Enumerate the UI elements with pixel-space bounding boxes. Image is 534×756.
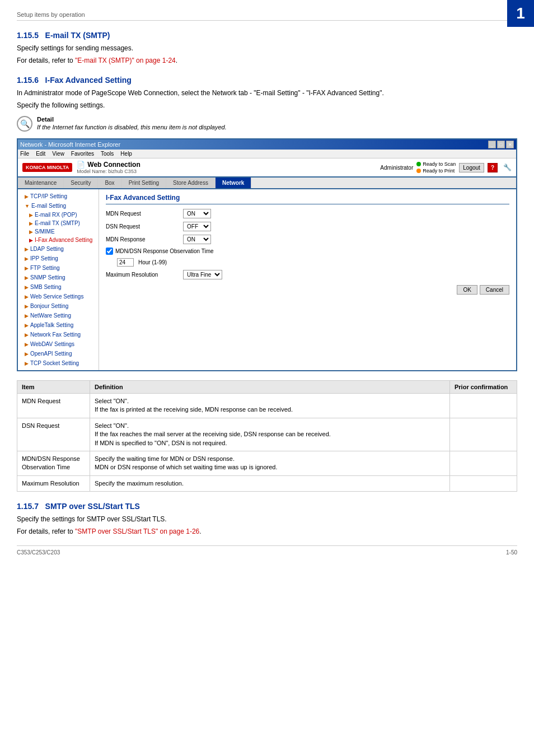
app-header-right: Administrator Ready to Scan Ready to Pri… (380, 161, 512, 174)
observation-time-checkbox[interactable] (106, 248, 113, 255)
section-1156-number: 1.15.6 (17, 76, 39, 85)
cancel-button[interactable]: Cancel (480, 285, 509, 295)
menu-file[interactable]: File (20, 151, 29, 157)
max-resolution-label: Maximum Resolution (106, 272, 179, 278)
mdn-response-control[interactable]: ON OFF (183, 235, 211, 244)
status-scan: Ready to Scan (416, 161, 456, 167)
help-button[interactable]: ? (488, 163, 498, 172)
mdn-response-select[interactable]: ON OFF (183, 235, 211, 244)
menu-help[interactable]: Help (120, 151, 132, 157)
row-mdn-prior (450, 394, 517, 418)
detail-text: If the Internet fax function is disabled… (37, 124, 227, 130)
sidebar-webdav[interactable]: ▶ WebDAV Settings (18, 339, 99, 349)
main-content: I-Fax Advanced Setting MDN Request ON OF… (99, 189, 516, 370)
menu-edit[interactable]: Edit (36, 151, 45, 157)
web-connection-label: Web Connection (87, 161, 140, 169)
wrench-icon: 🔧 (503, 164, 512, 171)
row-maxres-item: Maximum Resolution (17, 475, 90, 491)
data-table: Item Definition Prior confirmation MDN R… (17, 380, 517, 492)
mdn-request-control[interactable]: ON OFF (183, 209, 211, 218)
section-1157-number: 1.15.7 (17, 502, 39, 511)
sidebar-tcp-arrow: ▶ (25, 194, 29, 199)
observation-time-input[interactable] (117, 258, 134, 267)
sidebar-network-fax-label: Network Fax Setting (30, 332, 81, 338)
sidebar-ftp[interactable]: ▶ FTP Setting (18, 263, 99, 273)
minimize-button[interactable]: _ (488, 141, 496, 148)
row-obs-item: MDN/DSN Response Observation Time (17, 451, 90, 475)
sidebar-ifax-advanced[interactable]: ▶ I-Fax Advanced Setting (18, 236, 99, 244)
tab-bar: Maintenance Security Box Print Setting S… (18, 178, 516, 189)
content-panes: ▶ TCP/IP Setting ▼ E-mail Setting ▶ E-ma… (18, 189, 516, 370)
sidebar-openapi[interactable]: ▶ OpenAPI Setting (18, 349, 99, 358)
sidebar-tcp-ip[interactable]: ▶ TCP/IP Setting (18, 192, 99, 201)
sidebar-smb[interactable]: ▶ SMB Setting (18, 282, 99, 292)
sidebar-ftp-label: FTP Setting (30, 265, 60, 271)
menu-favorites[interactable]: Favorites (71, 151, 94, 157)
section-1156-body2: Specify the following settings. (17, 100, 517, 110)
max-resolution-select[interactable]: Ultra Fine Fine Standard (183, 270, 222, 279)
section-1156-body1: In Administrator mode of PageScope Web C… (17, 88, 517, 98)
tab-security[interactable]: Security (64, 178, 98, 188)
sidebar-email-arrow: ▼ (25, 203, 30, 209)
sidebar-web-service[interactable]: ▶ Web Service Settings (18, 292, 99, 301)
max-resolution-control[interactable]: Ultra Fine Fine Standard (183, 270, 222, 279)
tab-maintenance[interactable]: Maintenance (18, 178, 64, 188)
tab-box[interactable]: Box (98, 178, 121, 188)
app-header-status: Ready to Scan Ready to Print (416, 161, 456, 174)
sidebar-email-tx-arrow: ▶ (29, 221, 33, 226)
section-1157-body2-suffix: . (199, 528, 201, 535)
sidebar-ifax-arrow: ▶ (29, 237, 33, 243)
sidebar-email-setting[interactable]: ▼ E-mail Setting (18, 201, 99, 211)
dsn-request-control[interactable]: OFF ON (183, 222, 211, 231)
table-row: MDN/DSN Response Observation Time Specif… (17, 451, 517, 475)
sidebar-snmp-arrow: ▶ (25, 275, 29, 281)
section-1155-body2-suffix: . (176, 57, 177, 64)
menu-view[interactable]: View (52, 151, 64, 157)
close-button[interactable]: ✕ (506, 141, 514, 148)
sidebar-email-tx[interactable]: ▶ E-mail TX (SMTP) (18, 219, 99, 227)
detail-content: Detail If the Internet fax function is d… (37, 116, 227, 130)
sidebar-web-service-label: Web Service Settings (30, 293, 83, 300)
section-1157-link[interactable]: "SMTP over SSL/Start TLS" on page 1-26 (75, 528, 199, 535)
tab-print-setting[interactable]: Print Setting (122, 178, 166, 188)
section-1155-body2: For details, refer to "E-mail TX (SMTP)"… (17, 55, 517, 66)
section-1155-heading: 1.15.5 E-mail TX (SMTP) (17, 31, 517, 40)
row-dsn-def: Select "ON".If the fax reaches the mail … (90, 418, 450, 451)
sidebar-smime-arrow: ▶ (29, 229, 33, 235)
logout-button[interactable]: Logout (459, 163, 484, 172)
admin-label: Administrator (380, 165, 413, 171)
observation-time-unit: Hour (1-99) (138, 259, 167, 265)
section-1155-link[interactable]: "E-mail TX (SMTP)" on page 1-24 (75, 57, 176, 64)
restore-button[interactable]: □ (497, 141, 505, 148)
footer-left: C353/C253/C203 (17, 549, 60, 556)
sidebar-ldap-arrow: ▶ (25, 246, 29, 252)
sidebar-email-rx[interactable]: ▶ E-mail RX (POP) (18, 211, 99, 219)
table-header-prior: Prior confirmation (450, 381, 517, 394)
sidebar-webdav-label: WebDAV Settings (30, 341, 74, 347)
sidebar-bonjour[interactable]: ▶ Bonjour Setting (18, 301, 99, 311)
tab-store-address[interactable]: Store Address (166, 178, 216, 188)
sidebar-ldap-label: LDAP Setting (30, 246, 64, 252)
ok-button[interactable]: OK (457, 285, 477, 295)
sidebar-network-fax[interactable]: ▶ Network Fax Setting (18, 330, 99, 339)
menu-tools[interactable]: Tools (101, 151, 114, 157)
status-print-dot (416, 169, 421, 173)
sidebar-tcp-socket[interactable]: ▶ TCP Socket Setting (18, 358, 99, 368)
browser-controls[interactable]: _ □ ✕ (488, 141, 514, 148)
sidebar-appletalk[interactable]: ▶ AppleTalk Setting (18, 320, 99, 330)
section-1157-body2-prefix: For details, refer to (17, 528, 75, 535)
sidebar-snmp[interactable]: ▶ SNMP Setting (18, 273, 99, 282)
tab-network[interactable]: Network (216, 178, 251, 188)
content-title: I-Fax Advanced Setting (106, 194, 509, 204)
sidebar-ftp-arrow: ▶ (25, 265, 29, 271)
sidebar-netware[interactable]: ▶ NetWare Setting (18, 311, 99, 320)
section-1157-body1: Specify the settings for SMTP over SSL/S… (17, 514, 517, 524)
row-obs-prior (450, 451, 517, 475)
mdn-request-select[interactable]: ON OFF (183, 209, 211, 218)
app-header-center: 📄 Web Connection Model Name: bizhub C353 (77, 161, 140, 174)
dsn-request-select[interactable]: OFF ON (183, 222, 211, 231)
sidebar-smime[interactable]: ▶ S/MIME (18, 227, 99, 236)
sidebar-ldap[interactable]: ▶ LDAP Setting (18, 244, 99, 254)
browser-menubar: File Edit View Favorites Tools Help (18, 150, 516, 158)
sidebar-ipp[interactable]: ▶ IPP Setting (18, 254, 99, 263)
